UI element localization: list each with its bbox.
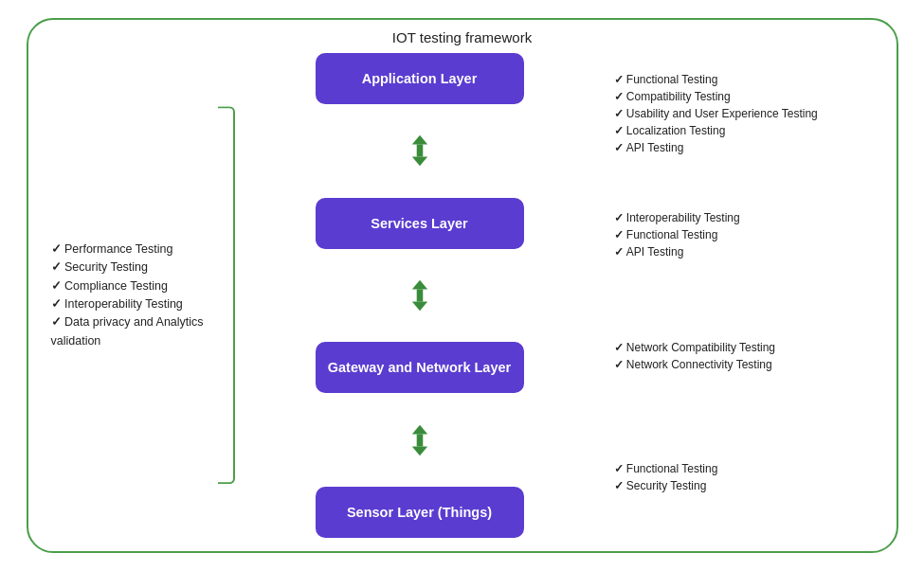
left-bracket [218,106,235,484]
svg-rect-1 [416,145,423,157]
test-item: Interoperability Testing [614,209,879,226]
outer-frame: IOT testing framework Performance Testin… [27,18,898,553]
layer-box-sensor: Sensor Layer (Things) [316,487,524,538]
test-list-services: Interoperability TestingFunctional Testi… [614,209,879,260]
test-list-application: Functional TestingCompatibility TestingU… [614,71,879,156]
test-list-sensor: Functional TestingSecurity Testing [614,460,879,494]
test-item: Network Compatibility Testing [614,339,879,356]
double-arrow-icon [405,423,435,457]
arrow-2 [405,423,435,457]
right-section-services: Interoperability TestingFunctional Testi… [614,174,879,295]
test-item: Functional Testing [614,71,879,88]
test-list-gateway: Network Compatibility TestingNetwork Con… [614,339,879,373]
layer-box-gateway: Gateway and Network Layer [316,342,524,393]
left-list-item: Interoperability Testing [49,295,235,313]
left-list-item: Compliance Testing [49,277,235,295]
svg-rect-4 [416,289,423,301]
svg-marker-0 [411,135,426,145]
arrow-0 [405,134,435,168]
double-arrow-icon [405,278,435,312]
test-item: Security Testing [614,477,879,494]
right-column: Functional TestingCompatibility TestingU… [605,53,879,538]
test-item: Network Connectivity Testing [614,356,879,373]
test-item: Usability and User Experience Testing [614,105,879,122]
test-item: Functional Testing [614,226,879,243]
svg-rect-7 [416,434,423,446]
left-list-item: Data privacy and Analytics validation [49,313,235,350]
layer-box-application: Application Layer [316,53,524,104]
svg-marker-3 [411,280,426,290]
left-items-list: Performance TestingSecurity TestingCompl… [49,241,235,350]
center-column: Application Layer Services Layer Gateway… [235,53,605,538]
test-item: API Testing [614,139,879,156]
test-item: Compatibility Testing [614,88,879,105]
svg-marker-2 [411,157,426,167]
layer-box-services: Services Layer [316,198,524,249]
test-item: Localization Testing [614,122,879,139]
left-list-item: Security Testing [49,259,235,277]
left-list: Performance TestingSecurity TestingCompl… [45,53,235,538]
svg-marker-6 [411,424,426,434]
right-section-application: Functional TestingCompatibility TestingU… [614,53,879,174]
arrow-1 [405,278,435,312]
double-arrow-icon [405,134,435,168]
test-item: API Testing [614,243,879,260]
content-area: Performance TestingSecurity TestingCompl… [28,45,897,551]
svg-marker-5 [411,302,426,312]
page-title: IOT testing framework [392,29,532,45]
test-item: Functional Testing [614,460,879,477]
left-list-item: Performance Testing [49,241,235,259]
right-section-gateway: Network Compatibility TestingNetwork Con… [614,295,879,417]
right-section-sensor: Functional TestingSecurity Testing [614,417,879,538]
svg-marker-8 [411,446,426,455]
